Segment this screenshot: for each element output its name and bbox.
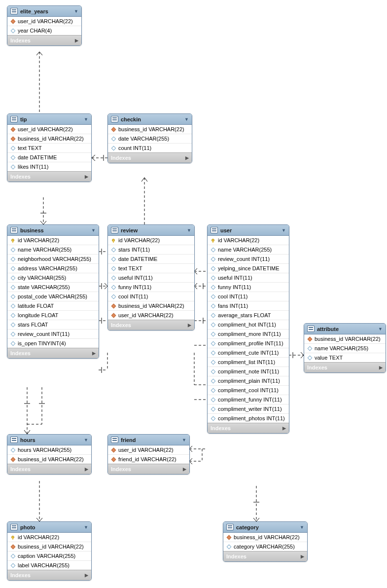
chevron-right-icon[interactable]: ▶ (92, 351, 96, 356)
table-header[interactable]: elite_years▼ (7, 6, 81, 17)
indexes-section[interactable]: Indexes▶ (108, 320, 194, 330)
column-row[interactable]: compliment_cool INT(11) (208, 386, 289, 395)
column-row[interactable]: id VARCHAR(22) (108, 236, 194, 245)
column-row[interactable]: is_open TINYINT(4) (7, 339, 99, 348)
column-row[interactable]: user_id VARCHAR(22) (108, 311, 194, 320)
column-row[interactable]: business_id VARCHAR(22) (304, 334, 386, 344)
chevron-right-icon[interactable]: ▶ (85, 174, 88, 179)
table-header[interactable]: user▼ (208, 225, 289, 236)
table-review[interactable]: review▼id VARCHAR(22)stars INT(11)date D… (107, 224, 195, 331)
indexes-section[interactable]: Indexes▶ (7, 348, 99, 358)
chevron-down-icon[interactable]: ▼ (84, 117, 88, 122)
chevron-down-icon[interactable]: ▼ (184, 117, 189, 122)
chevron-right-icon[interactable]: ▶ (379, 365, 383, 370)
column-row[interactable]: compliment_writer INT(11) (208, 404, 289, 414)
column-row[interactable]: yelping_since DATETIME (208, 264, 289, 273)
column-row[interactable]: hours VARCHAR(255) (7, 445, 91, 455)
column-row[interactable]: funny INT(11) (108, 283, 194, 292)
indexes-section[interactable]: Indexes▶ (108, 464, 189, 474)
column-row[interactable]: business_id VARCHAR(22) (223, 533, 307, 542)
chevron-right-icon[interactable]: ▶ (185, 155, 189, 160)
column-row[interactable]: compliment_hot INT(11) (208, 320, 289, 330)
column-row[interactable]: text TEXT (108, 264, 194, 273)
table-header[interactable]: hours▼ (7, 435, 91, 445)
table-category[interactable]: category▼business_id VARCHAR(22)category… (223, 521, 308, 562)
column-row[interactable]: date DATETIME (108, 255, 194, 264)
column-row[interactable]: useful INT(11) (208, 273, 289, 283)
column-row[interactable]: business_id VARCHAR(22) (7, 134, 91, 144)
table-header[interactable]: checkin▼ (108, 114, 192, 125)
column-row[interactable]: review_count INT(11) (7, 330, 99, 339)
column-row[interactable]: business_id VARCHAR(22) (108, 301, 194, 311)
chevron-right-icon[interactable]: ▶ (85, 467, 88, 472)
column-row[interactable]: user_id VARCHAR(22) (108, 445, 189, 455)
table-header[interactable]: tip▼ (7, 114, 91, 125)
column-row[interactable]: business_id VARCHAR(22) (7, 542, 91, 551)
table-tip[interactable]: tip▼user_id VARCHAR(22)business_id VARCH… (7, 113, 92, 182)
column-row[interactable]: useful INT(11) (108, 273, 194, 283)
column-row[interactable]: stars FLOAT (7, 320, 99, 330)
table-business[interactable]: business▼id VARCHAR(22)name VARCHAR(255)… (7, 224, 99, 359)
column-row[interactable]: average_stars FLOAT (208, 311, 289, 320)
column-row[interactable]: business_id VARCHAR(22) (7, 455, 91, 464)
column-row[interactable]: count INT(11) (108, 144, 192, 152)
table-header[interactable]: friend▼ (108, 435, 189, 445)
column-row[interactable]: compliment_more INT(11) (208, 330, 289, 339)
column-row[interactable]: state VARCHAR(255) (7, 283, 99, 292)
column-row[interactable]: text TEXT (7, 144, 91, 153)
chevron-down-icon[interactable]: ▼ (300, 525, 304, 530)
column-row[interactable]: stars INT(11) (108, 245, 194, 255)
column-row[interactable]: compliment_plain INT(11) (208, 376, 289, 386)
table-elite_years[interactable]: elite_years▼user_id VARCHAR(22)year CHAR… (7, 5, 82, 46)
column-row[interactable]: cool INT(11) (208, 292, 289, 301)
indexes-section[interactable]: Indexes▶ (7, 35, 81, 45)
column-row[interactable]: date VARCHAR(255) (108, 134, 192, 144)
column-row[interactable]: longitude FLOAT (7, 311, 99, 320)
chevron-down-icon[interactable]: ▼ (84, 525, 88, 530)
column-row[interactable]: latitude FLOAT (7, 301, 99, 311)
table-photo[interactable]: photo▼id VARCHAR(22)business_id VARCHAR(… (7, 521, 92, 581)
column-row[interactable]: year CHAR(4) (7, 26, 81, 35)
column-row[interactable]: compliment_funny INT(11) (208, 395, 289, 404)
column-row[interactable]: compliment_note INT(11) (208, 367, 289, 376)
column-row[interactable]: city VARCHAR(255) (7, 273, 99, 283)
column-row[interactable]: user_id VARCHAR(22) (7, 125, 91, 134)
table-header[interactable]: review▼ (108, 225, 194, 236)
column-row[interactable]: user_id VARCHAR(22) (7, 17, 81, 26)
column-row[interactable]: caption VARCHAR(255) (7, 551, 91, 561)
indexes-section[interactable]: Indexes▶ (223, 551, 307, 561)
chevron-right-icon[interactable]: ▶ (188, 323, 191, 328)
column-row[interactable]: category VARCHAR(255) (223, 542, 307, 551)
chevron-right-icon[interactable]: ▶ (183, 467, 186, 472)
column-row[interactable]: value TEXT (304, 353, 386, 362)
column-row[interactable]: name VARCHAR(255) (7, 245, 99, 255)
column-row[interactable]: cool INT(11) (108, 292, 194, 301)
column-row[interactable]: id VARCHAR(22) (7, 236, 99, 245)
chevron-down-icon[interactable]: ▼ (91, 228, 96, 233)
table-hours[interactable]: hours▼hours VARCHAR(255)business_id VARC… (7, 434, 92, 475)
chevron-down-icon[interactable]: ▼ (187, 228, 191, 233)
chevron-down-icon[interactable]: ▼ (74, 9, 78, 14)
column-row[interactable]: compliment_cute INT(11) (208, 348, 289, 358)
column-row[interactable]: business_id VARCHAR(22) (108, 125, 192, 134)
chevron-right-icon[interactable]: ▶ (301, 554, 304, 559)
column-row[interactable]: postal_code VARCHAR(255) (7, 292, 99, 301)
indexes-section[interactable]: Indexes▶ (208, 423, 289, 433)
column-row[interactable]: friend_id VARCHAR(22) (108, 455, 189, 464)
indexes-section[interactable]: Indexes▶ (108, 152, 192, 163)
column-row[interactable]: compliment_profile INT(11) (208, 339, 289, 348)
chevron-down-icon[interactable]: ▼ (281, 228, 286, 233)
chevron-right-icon[interactable]: ▶ (85, 573, 88, 578)
column-row[interactable]: compliment_photos INT(11) (208, 414, 289, 423)
table-header[interactable]: photo▼ (7, 522, 91, 533)
indexes-section[interactable]: Indexes▶ (7, 464, 91, 474)
column-row[interactable]: name VARCHAR(255) (208, 245, 289, 255)
column-row[interactable]: date DATETIME (7, 153, 91, 162)
column-row[interactable]: compliment_list INT(11) (208, 358, 289, 367)
column-row[interactable]: label VARCHAR(255) (7, 561, 91, 570)
table-friend[interactable]: friend▼user_id VARCHAR(22)friend_id VARC… (107, 434, 190, 475)
table-header[interactable]: attribute▼ (304, 324, 386, 334)
table-checkin[interactable]: checkin▼business_id VARCHAR(22)date VARC… (107, 113, 192, 163)
column-row[interactable]: id VARCHAR(22) (208, 236, 289, 245)
chevron-down-icon[interactable]: ▼ (84, 438, 88, 442)
